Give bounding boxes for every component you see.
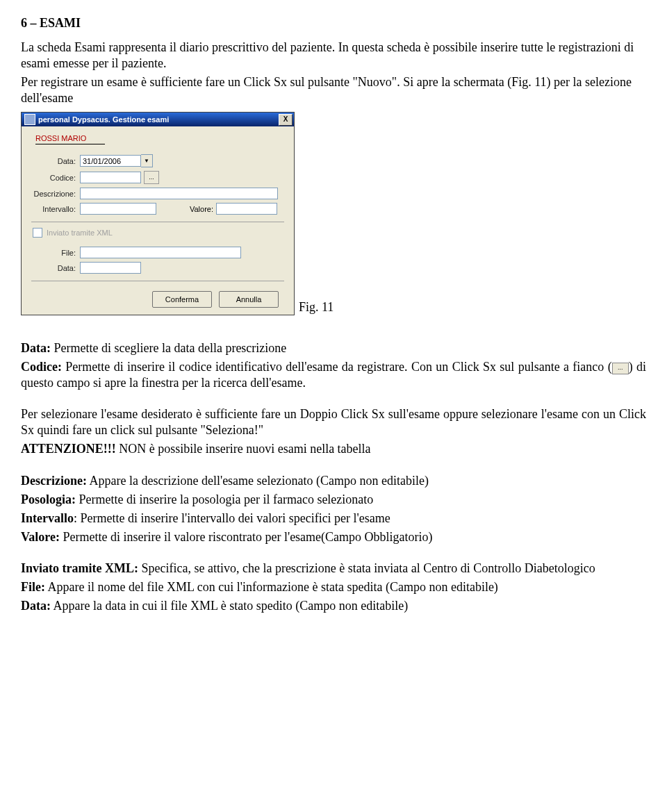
para-codice-label: Codice: [21,360,62,374]
window-title: personal Dypsacus. Gestione esami [38,115,279,124]
date-dropdown-button[interactable]: ▼ [141,154,153,167]
para-posologia-label: Posologia: [21,492,76,506]
para-data2-text: Appare la data in cui il file XML è stat… [51,599,408,613]
para-file: File: Appare il nome del file XML con cu… [21,579,646,595]
app-icon [24,114,35,125]
close-button[interactable]: X [279,114,293,126]
separator [31,222,284,222]
descrizione-input[interactable] [80,188,278,199]
para-data2-label: Data: [21,599,51,613]
figure-caption: Fig. 11 [299,299,334,315]
para-xml-label: Inviato tramite XML: [21,561,138,575]
dots-inline-icon: ... [612,363,629,374]
patient-name: ROSSI MARIO [35,133,105,144]
dialog-window: personal Dypsacus. Gestione esami X ROSS… [21,112,295,315]
data2-input[interactable] [80,262,141,274]
intro-paragraph-2: Per registrare un esame è sufficiente fa… [21,74,646,106]
para-valore-label: Valore: [21,530,60,544]
para-posologia-text: Permette di inserire la posologia per il… [76,492,373,506]
label-valore: Valore: [177,204,213,214]
label-descrizione: Descrizione: [30,189,76,199]
xml-checkbox[interactable] [33,228,42,238]
para-file-label: File: [21,580,45,594]
para-valore-text: Permette di inserire il valore riscontra… [60,530,433,544]
separator-2 [31,281,284,281]
intervallo-input[interactable] [80,203,156,215]
data-input[interactable] [80,155,141,167]
para-data2: Data: Appare la data in cui il file XML … [21,598,646,614]
codice-browse-button[interactable]: ... [144,171,159,184]
valore-input[interactable] [216,203,277,215]
para-valore: Valore: Permette di inserire il valore r… [21,529,646,545]
conferma-button[interactable]: Conferma [152,291,212,308]
section-heading: 6 – ESAMI [21,15,646,31]
label-codice: Codice: [30,173,76,183]
label-intervallo: Intervallo: [30,204,76,214]
para-attenzione-label: ATTENZIONE!!! [21,442,116,456]
annulla-button[interactable]: Annulla [219,291,279,308]
label-data2: Data: [30,263,76,273]
intro-paragraph-1: La scheda Esami rappresenta il diario pr… [21,40,646,72]
para-data: Data: Permette di scegliere la data dell… [21,340,646,356]
para-seleziona: Per selezionare l'esame desiderato è suf… [21,406,646,438]
label-xml: Inviato tramite XML [47,228,113,238]
para-posologia: Posologia: Permette di inserire la posol… [21,492,646,508]
para-descrizione-text: Appare la descrizione dell'esame selezio… [87,474,429,488]
para-xml: Inviato tramite XML: Specifica, se attiv… [21,561,646,577]
codice-input[interactable] [80,172,141,183]
para-descrizione-label: Descrizione: [21,474,87,488]
para-file-text: Appare il nome del file XML con cui l'in… [45,580,498,594]
para-codice-text: Permette di inserire il codice identific… [62,360,612,374]
para-intervallo: Intervallo: Permette di inserire l'inter… [21,511,646,527]
label-file: File: [30,248,76,258]
para-attenzione-text: NON è possibile inserire nuovi esami nel… [116,442,371,456]
para-attenzione: ATTENZIONE!!! NON è possibile inserire n… [21,441,646,457]
para-xml-text: Specifica, se attivo, che la prescrizion… [138,561,595,575]
titlebar: personal Dypsacus. Gestione esami X [22,113,294,126]
para-intervallo-text: : Permette di inserire l'intervallo dei … [74,511,390,525]
para-data-text: Permette di scegliere la data della pres… [51,341,286,355]
para-data-label: Data: [21,341,51,355]
para-intervallo-label: Intervallo [21,511,74,525]
file-input[interactable] [80,247,241,258]
para-descrizione: Descrizione: Appare la descrizione dell'… [21,473,646,489]
para-codice: Codice: Permette di inserire il codice i… [21,359,646,391]
label-data: Data: [30,156,76,166]
